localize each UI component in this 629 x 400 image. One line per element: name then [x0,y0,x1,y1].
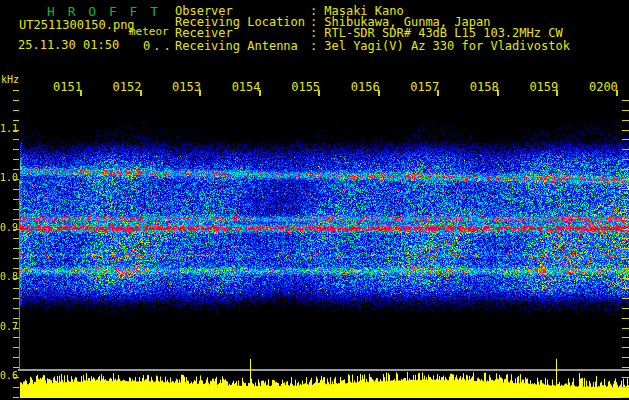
freq-tick-left [13,367,19,368]
freq-tick-left [13,377,19,378]
freq-tick-left [13,139,19,140]
freq-tick-left [13,318,19,319]
freq-tick-left [13,268,19,269]
time-axis-tick [616,90,618,96]
freq-tick-left [13,189,19,190]
freq-axis-label: 1.0 [0,173,18,183]
time-axis-label: 0156 [351,81,380,93]
freq-tick-right [622,357,629,358]
hrofft-window: H R O F F T UT2511300150.png meteor 25.1… [0,0,629,400]
info-row: Receiving Antenna:3el Yagi(V) Az 330 for… [175,40,570,52]
time-axis-tick [318,90,320,96]
time-axis-label: 0200 [589,81,618,93]
freq-axis-label: 0.8 [0,272,18,282]
freq-tick-left [13,179,19,180]
freq-tick-left [13,258,19,259]
freq-tick-right [622,248,629,249]
freq-tick-left [13,238,19,239]
freq-tick-right [622,268,629,269]
freq-tick-left [13,308,19,309]
time-axis-tick [378,90,380,96]
time-axis-tick [199,90,201,96]
freq-tick-left [13,199,19,200]
freq-tick-right [622,318,629,319]
freq-tick-left [13,397,19,398]
output-filename: UT2511300150.png [19,19,135,31]
freq-tick-left [13,169,19,170]
freq-tick-right [622,120,629,121]
freq-tick-right [622,347,629,348]
freq-tick-right [622,110,629,111]
freq-tick-right [622,328,629,329]
freq-axis-label: 1.1 [0,124,18,134]
freq-tick-left [13,159,19,160]
freq-tick-left [13,110,19,111]
time-axis-label: 0151 [53,81,82,93]
freq-tick-right [622,229,629,230]
freq-tick-left [13,120,19,121]
freq-tick-right [622,189,629,190]
time-axis-tick [497,90,499,96]
freq-tick-right [622,130,629,131]
time-axis-tick [556,90,558,96]
freq-axis-label: 0.9 [0,223,18,233]
freq-tick-left [13,209,19,210]
freq-tick-right [622,298,629,299]
freq-tick-right [622,169,629,170]
freq-tick-right [622,288,629,289]
time-axis-label: 0154 [232,81,261,93]
time-axis-label: 0152 [113,81,142,93]
freq-tick-right [622,367,629,368]
freq-tick-right [622,159,629,160]
freq-tick-right [622,258,629,259]
freq-tick-left [13,229,19,230]
freq-tick-right [622,179,629,180]
time-axis-label: 0158 [470,81,499,93]
mode-label: meteor [129,26,169,37]
freq-tick-right [622,139,629,140]
freq-tick-right [622,219,629,220]
info-value: 3el Yagi(V) Az 330 for Vladivostok [324,40,570,52]
freq-axis-label: 0.7 [0,322,18,332]
freq-tick-right [622,238,629,239]
time-axis-tick [437,90,439,96]
time-axis-tick [80,90,82,96]
freq-tick-right [622,308,629,309]
time-axis-tick [140,90,142,96]
info-label: Receiving Antenna [175,40,310,52]
freq-unit-label: kHz [1,75,19,85]
info-label: Receiver [175,27,310,39]
time-axis-tick [259,90,261,96]
info-separator: : [310,40,317,52]
freq-tick-left [13,130,19,131]
spectrogram-canvas [20,100,629,370]
freq-axis-line [19,180,20,370]
freq-tick-left [13,248,19,249]
datetime-label: 25.11.30 01:50 [18,39,119,51]
freq-tick-left [13,278,19,279]
freq-tick-left [13,288,19,289]
freq-axis-label: 0.6 [0,371,18,381]
freq-tick-right [622,100,629,101]
freq-tick-left [13,347,19,348]
freq-tick-left [13,387,19,388]
time-axis-label: 0153 [172,81,201,93]
echo-counter: 0.. [143,40,174,52]
info-row: Receiver:RTL-SDR SDR# 43dB L15 103.2MHz … [175,27,563,39]
info-separator: : [310,27,317,39]
level-meter-canvas [20,354,629,400]
freq-tick-right [622,209,629,210]
time-axis-label: 0159 [529,81,558,93]
freq-tick-left [13,90,19,91]
freq-tick-left [13,298,19,299]
freq-tick-left [13,100,19,101]
time-axis-label: 0157 [410,81,439,93]
freq-tick-right [622,199,629,200]
freq-tick-left [13,357,19,358]
time-axis-label: 0155 [291,81,320,93]
app-title: H R O F F T [47,4,161,19]
freq-tick-left [13,328,19,329]
freq-tick-left [13,149,19,150]
freq-tick-right [622,149,629,150]
freq-tick-right [622,387,629,388]
